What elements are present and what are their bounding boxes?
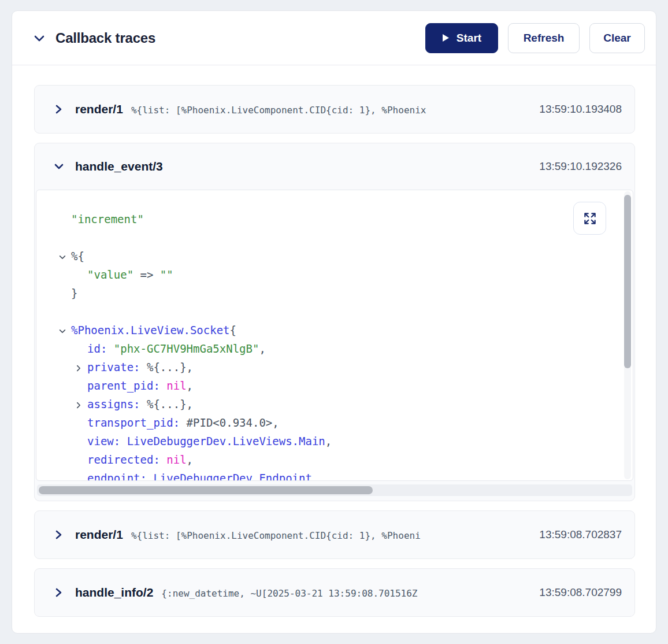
play-icon — [442, 34, 450, 42]
code-token: redirected: — [87, 453, 166, 466]
chevron-down-icon[interactable] — [58, 247, 71, 265]
trace-args-preview: %{list: [%Phoenix.LiveComponent.CID{cid:… — [131, 105, 531, 116]
chevron-right-icon[interactable] — [53, 587, 65, 598]
start-button-label: Start — [457, 32, 481, 45]
code-token: id: — [87, 342, 114, 355]
code-line: parent_pid: nil, — [36, 376, 633, 395]
code-token: %{ — [71, 250, 84, 262]
code-line: %{ — [36, 247, 633, 265]
code-token: , — [187, 453, 193, 466]
code-token: private: — [87, 361, 147, 373]
trace-header[interactable]: handle_event/3 13:59:10.192326 — [35, 143, 634, 190]
trace-header[interactable]: handle_info/2 {:new_datetime, ~U[2025-03… — [35, 569, 634, 616]
trace-args-preview: %{list: [%Phoenix.LiveComponent.CID{cid:… — [131, 530, 531, 541]
page-title: Callback traces — [55, 30, 155, 46]
header-buttons: Start Refresh Clear — [425, 23, 645, 53]
code-token: view: — [87, 435, 127, 447]
clear-button[interactable]: Clear — [589, 23, 645, 53]
code-viewer: "increment"%{"value" => ""}%Phoenix.Live… — [36, 190, 633, 481]
callback-traces-panel: Callback traces Start Refresh Clear — [12, 10, 656, 634]
code-token: transport_pid: — [87, 416, 187, 429]
chevron-right-icon[interactable] — [75, 358, 87, 376]
code-line: view: LiveDebuggerDev.LiveViews.Main, — [36, 432, 633, 450]
trace-header[interactable]: render/1 %{list: [%Phoenix.LiveComponent… — [35, 511, 634, 558]
code-token: #PID<0.934.0>, — [187, 416, 279, 429]
code-token: , — [312, 472, 318, 481]
clear-button-label: Clear — [603, 32, 631, 45]
code-line: id: "phx-GC7HV9HmGa5xNlgB", — [36, 339, 633, 358]
code-token: } — [71, 287, 77, 299]
code-token: "value" — [87, 268, 133, 281]
code-token: %{...}, — [147, 398, 193, 410]
code-line: private: %{...}, — [36, 358, 633, 376]
vertical-scrollbar-thumb[interactable] — [624, 195, 631, 368]
trace-detail: "increment"%{"value" => ""}%Phoenix.Live… — [35, 190, 634, 501]
refresh-button[interactable]: Refresh — [508, 23, 580, 53]
code-line — [36, 228, 633, 247]
chevron-down-icon[interactable] — [33, 32, 46, 45]
code-token: LiveDebuggerDev.LiveViews.Main — [127, 435, 325, 447]
code-token: endpoint: — [87, 472, 153, 481]
trace-card-render-1: render/1 %{list: [%Phoenix.LiveComponent… — [34, 85, 635, 134]
trace-card-handle-event: handle_event/3 13:59:10.192326 "incremen… — [34, 143, 635, 501]
code-token: nil — [166, 453, 186, 466]
code-token: LiveDebuggerDev.Endpoint — [153, 472, 312, 481]
panel-header: Callback traces Start Refresh Clear — [12, 11, 656, 65]
code-line: "increment" — [36, 210, 633, 228]
trace-timestamp: 13:59:08.702837 — [539, 528, 622, 541]
trace-card-handle-info: handle_info/2 {:new_datetime, ~U[2025-03… — [34, 568, 635, 617]
code-line: redirected: nil, — [36, 450, 633, 469]
code-token: parent_pid: — [87, 379, 166, 392]
chevron-down-icon[interactable] — [53, 161, 65, 172]
trace-timestamp: 13:59:08.702799 — [539, 586, 622, 599]
code-token: "increment" — [71, 213, 144, 225]
refresh-button-label: Refresh — [524, 32, 565, 45]
start-button[interactable]: Start — [425, 23, 498, 53]
trace-card-render-2: render/1 %{list: [%Phoenix.LiveComponent… — [34, 510, 635, 559]
code-content: "increment"%{"value" => ""}%Phoenix.Live… — [36, 190, 633, 481]
code-line: } — [36, 284, 633, 302]
trace-timestamp: 13:59:10.193408 — [539, 103, 622, 116]
code-line: assigns: %{...}, — [36, 395, 633, 413]
code-token: { — [230, 324, 236, 336]
code-token: , — [325, 435, 332, 447]
trace-header[interactable]: render/1 %{list: [%Phoenix.LiveComponent… — [35, 86, 634, 133]
trace-timestamp: 13:59:10.192326 — [539, 160, 622, 173]
code-token: , — [259, 342, 265, 355]
chevron-right-icon[interactable] — [53, 103, 65, 115]
fullscreen-button[interactable] — [573, 202, 606, 235]
code-token: , — [187, 379, 193, 392]
horizontal-scrollbar-thumb[interactable] — [39, 486, 373, 494]
trace-callback-name: handle_event/3 — [75, 160, 163, 173]
horizontal-scrollbar[interactable] — [37, 484, 632, 496]
expand-arrows-icon — [582, 211, 598, 226]
chevron-right-icon[interactable] — [75, 395, 87, 413]
code-token: "" — [160, 268, 173, 281]
panel-title-group: Callback traces — [33, 30, 425, 46]
code-token: assigns: — [87, 398, 147, 410]
code-line: "value" => "" — [36, 265, 633, 284]
trace-list: render/1 %{list: [%Phoenix.LiveComponent… — [12, 65, 656, 617]
trace-callback-name: render/1 — [75, 528, 123, 542]
code-line: %Phoenix.LiveView.Socket{ — [36, 321, 633, 339]
code-line: endpoint: LiveDebuggerDev.Endpoint, — [36, 469, 633, 481]
code-token: %{...}, — [147, 361, 193, 373]
code-token: %Phoenix.LiveView.Socket — [71, 324, 230, 336]
trace-callback-name: render/1 — [75, 102, 123, 116]
chevron-right-icon[interactable] — [53, 529, 65, 541]
code-line: transport_pid: #PID<0.934.0>, — [36, 413, 633, 432]
code-token: nil — [166, 379, 186, 392]
code-line — [36, 302, 633, 321]
chevron-down-icon[interactable] — [58, 321, 71, 339]
trace-args-preview: {:new_datetime, ~U[2025-03-21 13:59:08.7… — [161, 588, 531, 599]
code-token: "phx-GC7HV9HmGa5xNlgB" — [114, 342, 259, 355]
trace-callback-name: handle_info/2 — [75, 586, 153, 599]
code-token: => — [133, 268, 160, 281]
vertical-scrollbar[interactable] — [624, 191, 631, 479]
